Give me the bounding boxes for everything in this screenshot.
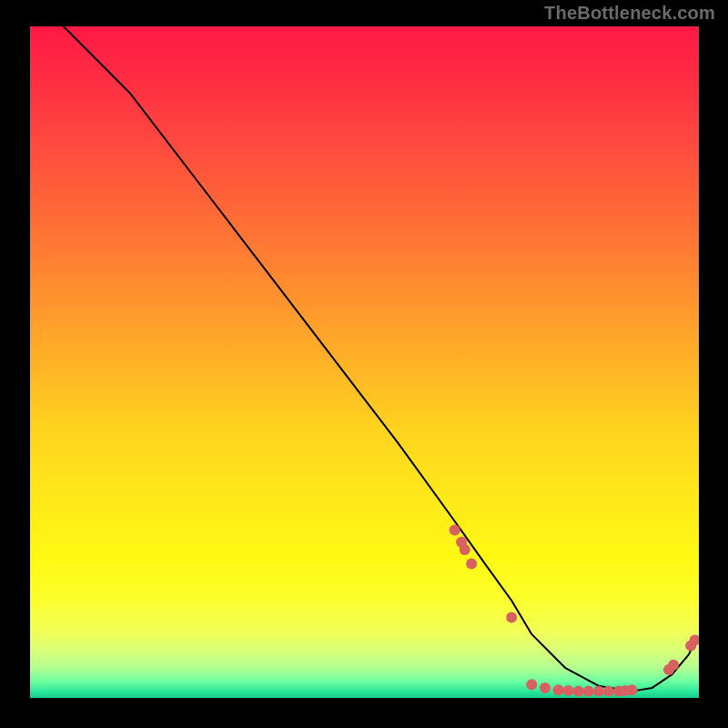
- data-point: [573, 686, 584, 697]
- data-point: [466, 558, 477, 569]
- data-point: [506, 612, 517, 622]
- data-point: [627, 684, 638, 695]
- chart-markers: [450, 525, 699, 697]
- plot-area: [30, 26, 699, 698]
- data-point: [526, 679, 537, 690]
- data-point: [540, 682, 551, 693]
- data-point: [593, 686, 604, 697]
- data-point: [668, 660, 679, 671]
- data-point: [583, 686, 594, 697]
- data-point: [460, 544, 470, 555]
- chart-frame: TheBottleneck.com: [0, 0, 728, 728]
- chart-svg: [30, 26, 699, 698]
- data-point: [603, 686, 614, 697]
- data-point: [563, 685, 574, 696]
- data-point: [553, 684, 564, 695]
- attribution-text: TheBottleneck.com: [544, 3, 715, 24]
- data-point: [450, 525, 460, 536]
- chart-line: [64, 26, 696, 692]
